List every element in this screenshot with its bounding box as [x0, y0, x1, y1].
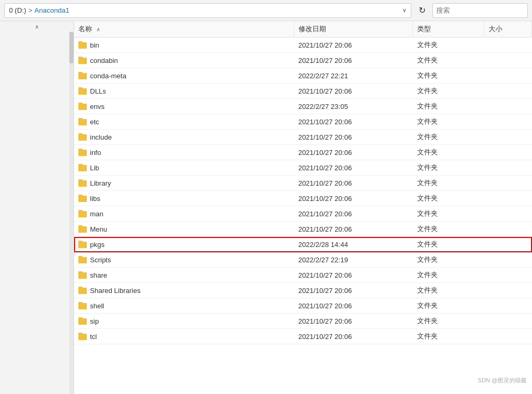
file-type: 文件夹: [413, 38, 484, 53]
table-row[interactable]: pkgs 2022/2/28 14:44文件夹: [74, 237, 532, 252]
file-name-text: man: [90, 210, 103, 218]
file-name-cell: pkgs: [74, 237, 294, 252]
file-name-cell: Library: [74, 176, 294, 191]
table-row[interactable]: Menu 2021/10/27 20:06文件夹: [74, 222, 532, 237]
file-size: [484, 99, 532, 114]
folder-icon: [78, 210, 87, 217]
file-name-text: conda-meta: [90, 72, 127, 80]
file-size: [484, 114, 532, 130]
breadcrumb-folder[interactable]: Anaconda1: [34, 6, 69, 14]
file-type: 文件夹: [413, 314, 484, 329]
folder-icon: [78, 133, 87, 141]
table-row[interactable]: libs 2021/10/27 20:06文件夹: [74, 191, 532, 206]
table-row[interactable]: envs 2022/2/27 23:05文件夹: [74, 99, 532, 114]
breadcrumb-dropdown-icon[interactable]: ∨: [402, 7, 407, 14]
file-name-text: info: [90, 149, 101, 157]
folder-icon: [78, 302, 87, 309]
file-date: 2022/2/27 23:05: [294, 99, 413, 114]
chevron-up-icon: ∧: [35, 24, 39, 30]
file-size: [484, 283, 532, 298]
file-type: 文件夹: [413, 283, 484, 298]
table-row[interactable]: tcl 2021/10/27 20:06文件夹: [74, 329, 532, 344]
file-name-text: include: [90, 133, 112, 141]
sidebar: ∧: [0, 21, 74, 394]
file-type: 文件夹: [413, 252, 484, 268]
file-date: 2021/10/27 20:06: [294, 206, 413, 222]
search-input[interactable]: [432, 3, 528, 18]
folder-icon: [78, 195, 87, 202]
file-date: 2021/10/27 20:06: [294, 176, 413, 191]
file-name-text: share: [90, 271, 107, 279]
file-name-cell: tcl: [74, 329, 294, 344]
refresh-icon: ↻: [419, 5, 426, 15]
table-row[interactable]: Shared Libraries 2021/10/27 20:06文件夹: [74, 283, 532, 298]
table-row[interactable]: Scripts 2022/2/27 22:19文件夹: [74, 252, 532, 268]
file-name-cell: Shared Libraries: [74, 283, 294, 298]
file-size: [484, 314, 532, 329]
table-row[interactable]: man 2021/10/27 20:06文件夹: [74, 206, 532, 222]
file-date: 2021/10/27 20:06: [294, 114, 413, 130]
file-date: 2021/10/27 20:06: [294, 268, 413, 283]
file-name-text: tcl: [90, 333, 97, 341]
file-name-text: Scripts: [90, 256, 111, 264]
table-row[interactable]: Lib 2021/10/27 20:06文件夹: [74, 160, 532, 176]
table-row[interactable]: DLLs 2021/10/27 20:06文件夹: [74, 84, 532, 99]
file-size: [484, 160, 532, 176]
table-row[interactable]: bin 2021/10/27 20:06文件夹: [74, 38, 532, 53]
table-row[interactable]: share 2021/10/27 20:06文件夹: [74, 268, 532, 283]
col-header-date[interactable]: 修改日期: [294, 21, 413, 38]
table-row[interactable]: info 2021/10/27 20:06文件夹: [74, 145, 532, 160]
scroll-thumb[interactable]: [69, 32, 74, 63]
col-header-size[interactable]: 大小: [484, 21, 532, 38]
file-list-container[interactable]: 名称 ∧ 修改日期 类型 大小: [74, 21, 532, 394]
table-row[interactable]: shell 2021/10/27 20:06文件夹: [74, 298, 532, 314]
table-row[interactable]: etc 2021/10/27 20:06文件夹: [74, 114, 532, 130]
folder-icon: [78, 57, 87, 64]
file-type: 文件夹: [413, 84, 484, 99]
file-type: 文件夹: [413, 298, 484, 314]
table-row[interactable]: Library 2021/10/27 20:06文件夹: [74, 176, 532, 191]
file-date: 2021/10/27 20:06: [294, 298, 413, 314]
table-row[interactable]: condabin 2021/10/27 20:06文件夹: [74, 53, 532, 68]
refresh-button[interactable]: ↻: [414, 3, 429, 18]
file-size: [484, 84, 532, 99]
file-name-text: shell: [90, 302, 104, 310]
breadcrumb-area[interactable]: 0 (D:) > Anaconda1 ∨: [4, 3, 411, 18]
folder-icon: [78, 149, 87, 156]
file-name-cell: etc: [74, 114, 294, 130]
sort-arrow-name: ∧: [96, 26, 100, 32]
file-type: 文件夹: [413, 237, 484, 252]
file-size: [484, 298, 532, 314]
file-type: 文件夹: [413, 114, 484, 130]
file-date: 2022/2/27 22:19: [294, 252, 413, 268]
folder-icon: [78, 333, 87, 340]
file-size: [484, 252, 532, 268]
file-name-cell: DLLs: [74, 84, 294, 99]
file-name-cell: Menu: [74, 222, 294, 237]
file-type: 文件夹: [413, 130, 484, 145]
file-name-cell: info: [74, 145, 294, 160]
file-size: [484, 53, 532, 68]
table-row[interactable]: conda-meta 2022/2/27 22:21文件夹: [74, 68, 532, 84]
col-header-name[interactable]: 名称 ∧: [74, 21, 294, 38]
file-type: 文件夹: [413, 176, 484, 191]
col-header-type[interactable]: 类型: [413, 21, 484, 38]
file-name-cell: libs: [74, 191, 294, 206]
sidebar-scroll-up[interactable]: ∧: [0, 21, 74, 32]
file-name-text: libs: [90, 195, 101, 203]
folder-icon: [78, 179, 87, 187]
file-size: [484, 268, 532, 283]
file-name-text: sip: [90, 317, 99, 325]
folder-icon: [78, 41, 87, 49]
file-name-cell: bin: [74, 38, 294, 53]
file-size: [484, 176, 532, 191]
file-type: 文件夹: [413, 222, 484, 237]
file-date: 2021/10/27 20:06: [294, 191, 413, 206]
file-name-text: pkgs: [90, 241, 104, 249]
table-row[interactable]: sip 2021/10/27 20:06文件夹: [74, 314, 532, 329]
file-table: 名称 ∧ 修改日期 类型 大小: [74, 21, 532, 344]
table-row[interactable]: include 2021/10/27 20:06文件夹: [74, 130, 532, 145]
file-date: 2021/10/27 20:06: [294, 329, 413, 344]
file-name-cell: shell: [74, 298, 294, 314]
folder-icon: [78, 87, 87, 95]
